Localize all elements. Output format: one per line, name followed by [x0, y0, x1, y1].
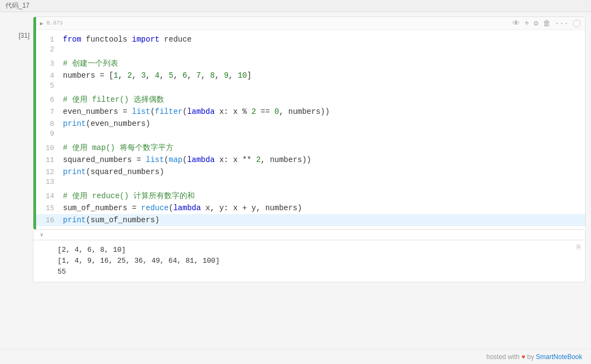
token-plain: ( — [150, 107, 155, 116]
token-builtin: print — [63, 119, 86, 128]
line-number: 8 — [38, 120, 54, 128]
token-plain: x: x ** — [215, 155, 256, 164]
token-builtin: print — [63, 167, 86, 176]
token-plain: , — [160, 71, 169, 80]
token-kw: lambda — [173, 204, 201, 212]
token-builtin: filter — [155, 107, 182, 116]
code-line: 15sum_of_numbers = reduce(lambda x, y: x… — [33, 202, 585, 214]
token-kw: from — [63, 35, 82, 44]
line-content[interactable]: from functools import reduce — [63, 33, 192, 45]
code-body[interactable]: 1from functools import reduce23# 创建一个列表4… — [33, 30, 585, 229]
settings-icon[interactable]: ⚙ — [534, 19, 538, 28]
line-content[interactable]: # 创建一个列表 — [63, 57, 118, 70]
line-number: 14 — [38, 192, 54, 200]
copy-output-icon[interactable]: ⎘ — [577, 244, 581, 251]
cell-toolbar: 👁 + ⚙ 🗑 ··· — [512, 19, 581, 28]
token-plain: ( — [182, 155, 187, 164]
token-plain: ] — [247, 71, 251, 80]
line-content[interactable]: print(squared_numbers) — [63, 166, 164, 178]
window-title: 代码_17 — [5, 1, 30, 10]
line-content[interactable]: print(sum_of_numbers) — [63, 214, 159, 226]
more-icon[interactable]: ··· — [555, 19, 569, 28]
token-number: 6 — [183, 71, 187, 80]
token-kw: lambda — [187, 107, 215, 116]
output-line: 55 — [57, 267, 581, 278]
token-builtin: reduce — [141, 204, 169, 212]
token-plain: (even_numbers) — [86, 119, 150, 128]
token-plain — [159, 35, 164, 44]
token-plain: , — [215, 71, 224, 80]
token-builtin: list — [146, 155, 164, 164]
token-plain: , — [118, 71, 128, 80]
token-plain: , — [132, 71, 141, 80]
line-content[interactable]: squared_numbers = list(map(lambda x: x *… — [63, 154, 311, 166]
brand-name: SmartNoteBook — [536, 353, 582, 361]
exec-count-label: [31] — [19, 32, 30, 39]
token-number: 2 — [252, 107, 256, 116]
token-builtin: print — [63, 216, 86, 224]
token-plain: = — [132, 155, 146, 164]
token-number: 2 — [128, 71, 132, 80]
run-arrow-icon: ▶ — [40, 20, 43, 27]
token-builtin: map — [169, 155, 182, 164]
line-content[interactable]: # 使用 filter() 选择偶数 — [63, 94, 164, 106]
code-cell[interactable]: ▶ 0.07s 👁 + ⚙ 🗑 ··· — [33, 16, 586, 230]
token-number: 0 — [275, 107, 279, 116]
token-plain: squared_numbers — [63, 155, 132, 164]
line-number: 6 — [38, 96, 54, 104]
line-content[interactable]: even_numbers = list(filter(lambda x: x %… — [63, 106, 329, 118]
output-content-area: ⎘ [2, 4, 6, 8, 10][1, 4, 9, 16, 25, 36, … — [33, 240, 586, 282]
token-plain: even_numbers — [63, 107, 118, 116]
top-bar: 代码_17 — [0, 0, 591, 12]
line-number: 3 — [38, 60, 54, 68]
output-section: ∨ ⎘ [2, 4, 6, 8, 10][1, 4, 9, 16, 25, 36… — [33, 230, 586, 282]
token-plain: numbers — [63, 71, 95, 80]
line-number: 13 — [38, 178, 54, 186]
output-toggle[interactable]: ∨ — [33, 230, 586, 240]
circle-indicator — [573, 20, 581, 27]
token-number: 5 — [169, 71, 173, 80]
output-line: [2, 4, 6, 8, 10] — [57, 245, 581, 256]
footer-by-text: by — [527, 353, 534, 361]
code-line: 5 — [33, 82, 585, 94]
token-plain: x, y: x + y, numbers) — [201, 204, 302, 212]
token-plain: (sum_of_numbers) — [86, 216, 159, 224]
token-plain: sum_of_numbers — [63, 204, 128, 212]
line-content[interactable]: numbers = [1, 2, 3, 4, 5, 6, 7, 8, 9, 10… — [63, 70, 252, 82]
line-number: 2 — [38, 45, 54, 54]
token-number: 4 — [155, 71, 159, 80]
token-plain: , — [187, 71, 196, 80]
line-content[interactable]: print(even_numbers) — [63, 118, 150, 130]
token-plain: ( — [164, 155, 169, 164]
token-plain: = — [128, 204, 141, 212]
code-line: 12print(squared_numbers) — [33, 166, 585, 178]
token-plain: == — [256, 107, 275, 116]
token-builtin: list — [132, 107, 150, 116]
add-icon[interactable]: + — [524, 19, 530, 28]
eye-icon[interactable]: 👁 — [512, 19, 520, 28]
line-number: 5 — [38, 82, 54, 90]
line-content[interactable]: # 使用 map() 将每个数字平方 — [63, 142, 173, 154]
timing-label: 0.07s — [47, 20, 63, 26]
code-line: 11squared_numbers = list(map(lambda x: x… — [33, 154, 585, 166]
token-plain: = — [118, 107, 132, 116]
line-number: 11 — [38, 156, 54, 164]
code-line: 8print(even_numbers) — [33, 118, 585, 130]
token-number: 9 — [224, 71, 228, 80]
code-line: 1from functools import reduce — [33, 33, 585, 45]
cell-header: ▶ 0.07s 👁 + ⚙ 🗑 ··· — [33, 17, 585, 30]
line-number: 15 — [38, 204, 54, 212]
active-cell-indicator — [33, 17, 36, 229]
line-content[interactable]: # 使用 reduce() 计算所有数字的和 — [63, 190, 195, 202]
code-line: 6# 使用 filter() 选择偶数 — [33, 94, 585, 106]
token-plain: (squared_numbers) — [86, 167, 164, 176]
notebook-container: 代码_17 [31] — [0, 0, 591, 364]
code-line: 4numbers = [1, 2, 3, 4, 5, 6, 7, 8, 9, 1… — [33, 70, 585, 82]
token-plain: = — [95, 71, 109, 80]
token-plain: x: x % — [215, 107, 251, 116]
code-line: 13 — [33, 178, 585, 190]
line-content[interactable]: sum_of_numbers = reduce(lambda x, y: x +… — [63, 202, 302, 214]
token-number: 1 — [113, 71, 118, 80]
output-lines: [2, 4, 6, 8, 10][1, 4, 9, 16, 25, 36, 49… — [57, 245, 581, 278]
trash-icon[interactable]: 🗑 — [543, 19, 551, 28]
